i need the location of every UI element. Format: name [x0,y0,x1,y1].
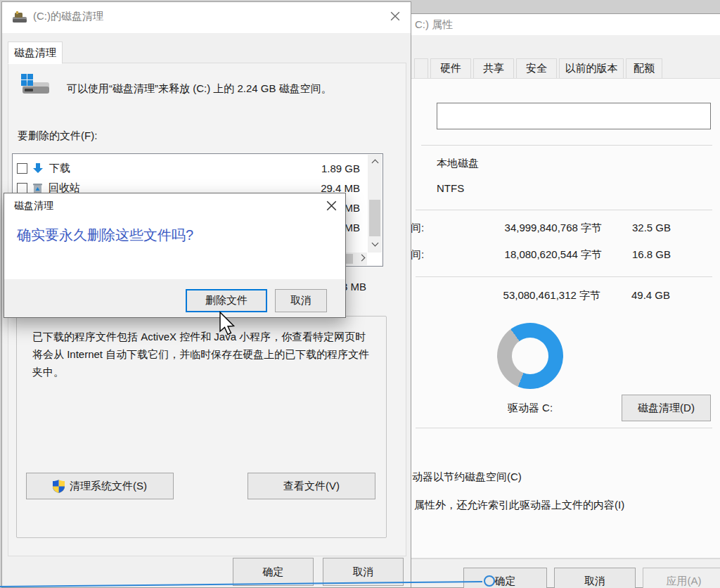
cleanup-title: (C:)的磁盘清理 [33,10,103,23]
tab-sharing[interactable]: 共享 [473,58,514,79]
tab-fragment[interactable] [414,58,428,79]
clean-system-files-button[interactable]: 清理系统文件(S) [26,473,174,499]
cleanup-cancel-button[interactable]: 取消 [323,558,404,586]
properties-ok-button[interactable]: 确定 [463,568,547,588]
tab-quota[interactable]: 配额 [626,58,662,79]
recycle-bin-checkbox[interactable] [17,183,27,193]
file-size: 1.89 GB [321,162,360,174]
separator [416,210,712,210]
cleanup-app-icon [12,11,27,27]
file-size: MB [345,222,361,234]
used-space-size: 32.5 GB [600,222,671,234]
properties-apply-button: 应用(A) [643,568,720,588]
cleanup-titlebar: (C:)的磁盘清理 [2,2,411,33]
download-icon [32,162,44,174]
properties-title: C:) 属性 [415,18,453,32]
delete-files-button[interactable]: 删除文件 [186,289,267,312]
drive-icon [20,72,51,101]
used-space-bytes: 34,999,840,768 字节 [461,222,602,235]
capacity-size: 49.4 GB [600,289,670,301]
file-item-downloads[interactable]: 下载 1.89 GB [17,158,360,178]
free-space-label: 间: [411,248,424,262]
cleanup-ok-button[interactable]: 确定 [233,558,314,586]
volume-label-input[interactable] [437,103,711,129]
description-groupbox: 已下载的程序文件包括 ActiveX 控件和 Java 小程序，你查看特定网页时… [16,316,387,538]
compress-drive-checkbox-label[interactable]: 动器以节约磁盘空间(C) [412,471,522,484]
downloads-checkbox[interactable] [17,163,27,174]
cleanup-close-icon[interactable] [387,8,404,25]
properties-cancel-button[interactable]: 取消 [554,568,636,588]
separator [416,428,712,428]
view-files-button[interactable]: 查看文件(V) [248,473,375,499]
index-contents-checkbox-label[interactable]: 属性外，还允许索引此驱动器上文件的内容(I) [414,499,624,512]
file-system-value: NTFS [437,182,464,194]
scrollbar-thumb[interactable] [369,200,380,236]
used-space-label: 间: [411,222,424,235]
separator [416,276,712,277]
tab-security[interactable]: 安全 [516,58,557,79]
drive-type-value: 本地磁盘 [437,157,479,170]
recycle-bin-icon [32,182,43,194]
tab-previous-versions[interactable]: 以前的版本 [559,58,624,79]
free-space-bytes: 18,080,620,544 字节 [461,248,602,262]
tab-disk-cleanup[interactable]: 磁盘清理 [8,41,63,64]
confirm-title: 磁盘清理 [14,200,53,212]
scroll-up-icon[interactable] [371,160,378,167]
uac-shield-icon [53,480,65,493]
scroll-right-icon[interactable] [359,255,366,262]
drive-label: 驱动器 C: [497,402,563,415]
files-to-delete-label: 要删除的文件(F): [18,129,97,143]
confirm-close-icon[interactable] [323,197,340,214]
scroll-down-icon[interactable] [371,240,378,247]
free-space-size: 16.8 GB [600,248,671,260]
tab-hardware[interactable]: 硬件 [430,58,471,79]
confirm-delete-dialog: 磁盘清理 确实要永久删除这些文件吗? 删除文件 取消 [4,193,346,318]
separator [421,145,712,146]
description-text: 已下载的程序文件包括 ActiveX 控件和 Java 小程序，你查看特定网页时… [32,328,373,381]
disk-cleanup-button[interactable]: 磁盘清理(D) [622,395,711,421]
confirm-message: 确实要永久删除这些文件吗? [17,226,193,245]
vertical-scrollbar[interactable] [368,155,382,253]
cleanup-intro-text: 可以使用“磁盘清理”来释放 (C:) 上的 2.24 GB 磁盘空间。 [67,82,332,96]
capacity-bytes: 53,080,461,312 字节 [460,289,600,302]
file-size: MB [345,202,361,214]
disk-usage-donut-chart [497,323,563,389]
confirm-cancel-button[interactable]: 取消 [275,289,327,312]
file-size: 29.4 MB [321,182,360,194]
